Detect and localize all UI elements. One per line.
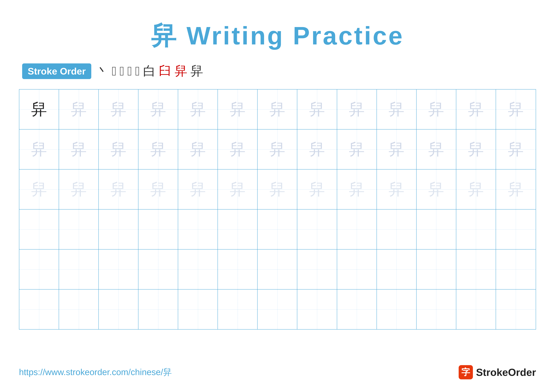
grid-row-1: 舁 舁 舁 舁 舁 舁 舁 舁 舁 舁 舁 舁 舁 xyxy=(19,90,536,129)
grid-cell-4-5[interactable] xyxy=(178,209,218,249)
grid-cell-1-3: 舁 xyxy=(99,90,139,129)
grid-cell-5-3[interactable] xyxy=(99,249,139,289)
grid-cell-4-1[interactable] xyxy=(19,209,59,249)
footer: https://www.strokeorder.com/chinese/舁 字 … xyxy=(19,365,536,379)
grid-cell-6-10[interactable] xyxy=(377,290,416,329)
grid-cell-6-9[interactable] xyxy=(337,290,377,329)
char-light: 舁 xyxy=(31,142,47,157)
grid-cell-5-4[interactable] xyxy=(139,249,178,289)
stroke-step-4: 𠃐 xyxy=(127,64,132,78)
grid-row-6 xyxy=(19,290,536,329)
grid-cell-2-2: 舁 xyxy=(59,129,99,169)
grid-cell-3-10: 舁 xyxy=(377,170,416,209)
grid-cell-4-6[interactable] xyxy=(218,209,258,249)
char-lighter: 舁 xyxy=(31,182,47,197)
grid-cell-6-13[interactable] xyxy=(496,290,536,329)
grid-cell-3-11: 舁 xyxy=(416,170,456,209)
grid-cell-5-6[interactable] xyxy=(218,249,258,289)
grid-cell-1-2: 舁 xyxy=(59,90,99,129)
stroke-step-1: 丶 xyxy=(96,63,109,80)
char-light: 舁 xyxy=(230,142,246,157)
grid-cell-5-8[interactable] xyxy=(297,249,337,289)
footer-url[interactable]: https://www.strokeorder.com/chinese/舁 xyxy=(19,366,172,378)
grid-cell-4-4[interactable] xyxy=(139,209,178,249)
grid-cell-5-1[interactable] xyxy=(19,249,59,289)
grid-cell-6-8[interactable] xyxy=(297,290,337,329)
grid-cell-2-5: 舁 xyxy=(178,129,218,169)
stroke-step-7: 臼 xyxy=(159,63,171,80)
title-writing-practice: Writing Practice xyxy=(187,21,404,50)
grid-cell-1-13: 舁 xyxy=(496,90,536,129)
grid-cell-2-7: 舁 xyxy=(258,129,297,169)
grid-cell-3-3: 舁 xyxy=(99,170,139,209)
grid-cell-4-13[interactable] xyxy=(496,209,536,249)
grid-cell-5-5[interactable] xyxy=(178,249,218,289)
grid-cell-6-12[interactable] xyxy=(456,290,496,329)
stroke-order-row: Stroke Order 丶 𠃌 𠃍 𠃐 𠂭 白 臼 舁 舁 xyxy=(19,63,536,80)
grid-cell-1-10: 舁 xyxy=(377,90,416,129)
grid-cell-4-7[interactable] xyxy=(258,209,297,249)
grid-cell-1-5: 舁 xyxy=(178,90,218,129)
grid-cell-6-7[interactable] xyxy=(258,290,297,329)
char-lighter: 舁 xyxy=(190,182,206,197)
char-light: 舁 xyxy=(190,142,206,157)
char-light: 舁 xyxy=(388,142,404,157)
grid-cell-5-11[interactable] xyxy=(416,249,456,289)
grid-cell-5-7[interactable] xyxy=(258,249,297,289)
char-lighter: 舁 xyxy=(150,182,166,197)
grid-cell-4-8[interactable] xyxy=(297,209,337,249)
char-light: 舁 xyxy=(150,101,166,117)
grid-cell-4-12[interactable] xyxy=(456,209,496,249)
grid-cell-4-11[interactable] xyxy=(416,209,456,249)
grid-cell-2-4: 舁 xyxy=(139,129,178,169)
grid-cell-6-5[interactable] xyxy=(178,290,218,329)
char-light: 舁 xyxy=(270,142,285,157)
grid-cell-5-9[interactable] xyxy=(337,249,377,289)
grid-cell-5-13[interactable] xyxy=(496,249,536,289)
grid-row-4 xyxy=(19,209,536,249)
grid-cell-5-10[interactable] xyxy=(377,249,416,289)
grid-cell-3-2: 舁 xyxy=(59,170,99,209)
grid-cell-6-1[interactable] xyxy=(19,290,59,329)
grid-cell-4-9[interactable] xyxy=(337,209,377,249)
char-light: 舁 xyxy=(71,142,87,157)
char-light: 舁 xyxy=(428,142,444,157)
logo-text: StrokeOrder xyxy=(476,366,536,378)
char-light: 舁 xyxy=(110,142,126,157)
grid-cell-1-11: 舁 xyxy=(416,90,456,129)
char-light: 舁 xyxy=(468,142,484,157)
practice-grid: 舁 舁 舁 舁 舁 舁 舁 舁 舁 舁 舁 舁 舁 舁 舁 舁 舁 舁 舁 舁 … xyxy=(19,89,536,329)
grid-cell-2-3: 舁 xyxy=(99,129,139,169)
stroke-step-9: 舁 xyxy=(190,63,203,80)
grid-cell-4-3[interactable] xyxy=(99,209,139,249)
char-light: 舁 xyxy=(349,101,365,117)
grid-cell-2-12: 舁 xyxy=(456,129,496,169)
grid-cell-1-8: 舁 xyxy=(297,90,337,129)
char-light: 舁 xyxy=(150,142,166,157)
grid-cell-1-9: 舁 xyxy=(337,90,377,129)
char-light: 舁 xyxy=(309,101,325,117)
grid-cell-4-10[interactable] xyxy=(377,209,416,249)
grid-cell-6-6[interactable] xyxy=(218,290,258,329)
char-lighter: 舁 xyxy=(468,182,484,197)
grid-cell-2-8: 舁 xyxy=(297,129,337,169)
grid-cell-6-4[interactable] xyxy=(139,290,178,329)
char-light: 舁 xyxy=(71,101,87,117)
char-dark: 舁 xyxy=(31,101,47,117)
char-lighter: 舁 xyxy=(110,182,126,197)
char-lighter: 舁 xyxy=(270,182,285,197)
char-light: 舁 xyxy=(349,142,365,157)
stroke-order-badge: Stroke Order xyxy=(22,64,91,79)
char-light: 舁 xyxy=(428,101,444,117)
grid-cell-5-2[interactable] xyxy=(59,249,99,289)
grid-cell-6-3[interactable] xyxy=(99,290,139,329)
grid-cell-6-11[interactable] xyxy=(416,290,456,329)
grid-cell-5-12[interactable] xyxy=(456,249,496,289)
grid-cell-6-2[interactable] xyxy=(59,290,99,329)
char-light: 舁 xyxy=(270,101,285,117)
grid-cell-3-12: 舁 xyxy=(456,170,496,209)
char-lighter: 舁 xyxy=(388,182,404,197)
footer-logo: 字 StrokeOrder xyxy=(459,365,536,379)
grid-cell-4-2[interactable] xyxy=(59,209,99,249)
logo-icon: 字 xyxy=(459,365,473,379)
